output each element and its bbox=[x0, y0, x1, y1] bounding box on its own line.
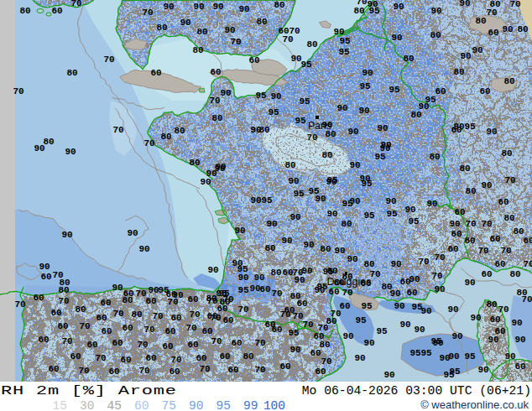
svg-text:95: 95 bbox=[300, 60, 312, 70]
svg-text:90: 90 bbox=[511, 318, 522, 328]
svg-text:60: 60 bbox=[488, 28, 498, 38]
svg-text:70: 70 bbox=[254, 365, 265, 375]
svg-text:90: 90 bbox=[288, 176, 299, 186]
svg-text:70: 70 bbox=[500, 246, 511, 256]
svg-text:60: 60 bbox=[112, 338, 123, 348]
svg-text:70: 70 bbox=[199, 364, 210, 374]
svg-text:70: 70 bbox=[143, 138, 154, 148]
svg-text:60: 60 bbox=[248, 55, 259, 65]
svg-text:80: 80 bbox=[430, 30, 441, 40]
svg-text:90: 90 bbox=[200, 177, 211, 187]
svg-text:80: 80 bbox=[264, 243, 275, 253]
svg-text:80: 80 bbox=[321, 150, 332, 160]
svg-text:60: 60 bbox=[101, 326, 112, 336]
svg-text:90: 90 bbox=[334, 246, 345, 256]
svg-text:70: 70 bbox=[78, 366, 89, 376]
svg-text:60: 60 bbox=[489, 234, 500, 244]
svg-text:60: 60 bbox=[479, 86, 490, 96]
svg-text:90: 90 bbox=[418, 101, 429, 112]
svg-text:60: 60 bbox=[216, 304, 227, 314]
svg-text:60: 60 bbox=[259, 284, 270, 294]
svg-text:95: 95 bbox=[268, 107, 279, 117]
svg-text:70: 70 bbox=[14, 299, 25, 310]
svg-text:70: 70 bbox=[13, 86, 23, 96]
svg-text:90: 90 bbox=[234, 226, 245, 236]
svg-text:80: 80 bbox=[320, 244, 331, 254]
svg-text:90: 90 bbox=[394, 301, 404, 311]
svg-text:70: 70 bbox=[142, 8, 153, 18]
svg-text:95: 95 bbox=[326, 175, 338, 185]
svg-text:80: 80 bbox=[75, 304, 86, 315]
svg-text:70: 70 bbox=[167, 297, 178, 307]
svg-text:90: 90 bbox=[289, 345, 300, 355]
svg-text:60: 60 bbox=[164, 326, 175, 336]
svg-text:60: 60 bbox=[145, 353, 156, 363]
svg-text:70: 70 bbox=[222, 294, 233, 304]
svg-text:95: 95 bbox=[409, 348, 421, 358]
svg-text:80: 80 bbox=[243, 351, 253, 362]
svg-text:95: 95 bbox=[361, 301, 373, 311]
svg-text:95: 95 bbox=[295, 116, 306, 126]
svg-text:60: 60 bbox=[447, 244, 458, 254]
svg-text:90: 90 bbox=[354, 353, 365, 363]
svg-text:80: 80 bbox=[256, 17, 267, 27]
svg-text:95: 95 bbox=[374, 152, 386, 162]
svg-text:90: 90 bbox=[391, 33, 402, 43]
svg-text:80: 80 bbox=[131, 310, 142, 320]
svg-text:80: 80 bbox=[429, 152, 440, 162]
svg-text:60: 60 bbox=[70, 351, 81, 362]
svg-text:80: 80 bbox=[341, 219, 352, 229]
svg-text:80: 80 bbox=[160, 132, 171, 142]
svg-text:90: 90 bbox=[414, 325, 425, 335]
svg-text:100: 100 bbox=[263, 399, 285, 411]
svg-text:95: 95 bbox=[361, 179, 373, 189]
svg-text:90: 90 bbox=[449, 219, 460, 229]
svg-text:60: 60 bbox=[264, 320, 275, 330]
svg-text:80: 80 bbox=[189, 158, 200, 168]
svg-text:70: 70 bbox=[465, 219, 476, 229]
svg-text:90: 90 bbox=[189, 399, 203, 411]
svg-text:95: 95 bbox=[355, 315, 367, 325]
svg-text:90: 90 bbox=[502, 24, 513, 34]
svg-text:70: 70 bbox=[143, 325, 154, 335]
svg-text:60: 60 bbox=[196, 353, 206, 363]
svg-text:60: 60 bbox=[210, 67, 221, 77]
svg-text:70: 70 bbox=[58, 296, 69, 306]
svg-text:60: 60 bbox=[134, 399, 149, 411]
svg-text:60: 60 bbox=[222, 315, 233, 325]
svg-text:70: 70 bbox=[170, 355, 181, 365]
svg-text:70: 70 bbox=[321, 356, 331, 367]
svg-text:90: 90 bbox=[486, 127, 497, 137]
svg-text:70: 70 bbox=[209, 96, 220, 106]
svg-text:Douggies: Douggies bbox=[327, 276, 372, 288]
svg-text:90: 90 bbox=[303, 240, 314, 250]
svg-text:80: 80 bbox=[459, 164, 470, 174]
svg-text:60: 60 bbox=[227, 365, 238, 375]
svg-text:60: 60 bbox=[108, 367, 119, 377]
svg-text:90: 90 bbox=[112, 283, 123, 293]
svg-text:90: 90 bbox=[349, 160, 360, 170]
svg-text:99: 99 bbox=[243, 399, 258, 411]
svg-text:90: 90 bbox=[477, 365, 488, 375]
svg-text:80: 80 bbox=[192, 45, 203, 55]
svg-text:90: 90 bbox=[220, 88, 231, 98]
svg-text:95: 95 bbox=[216, 399, 231, 411]
svg-text:90: 90 bbox=[127, 228, 138, 238]
svg-text:90: 90 bbox=[266, 219, 277, 229]
svg-text:80: 80 bbox=[363, 259, 374, 269]
svg-text:80: 80 bbox=[465, 186, 476, 196]
svg-text:95: 95 bbox=[464, 122, 476, 132]
svg-text:90: 90 bbox=[432, 338, 443, 348]
svg-text:Mo 06-04-2026 03:00 UTC (06+21: Mo 06-04-2026 03:00 UTC (06+21) bbox=[302, 384, 531, 398]
svg-text:90: 90 bbox=[314, 285, 325, 295]
svg-text:60: 60 bbox=[40, 272, 51, 282]
svg-text:80: 80 bbox=[206, 294, 216, 304]
svg-text:RH 2m [%] Arome: RH 2m [%] Arome bbox=[1, 383, 177, 398]
svg-text:60: 60 bbox=[100, 298, 111, 308]
svg-text:60: 60 bbox=[451, 125, 462, 135]
svg-text:90: 90 bbox=[504, 351, 515, 362]
svg-text:95: 95 bbox=[411, 302, 423, 312]
svg-text:70: 70 bbox=[504, 175, 515, 185]
svg-text:90: 90 bbox=[459, 0, 470, 8]
svg-text:90: 90 bbox=[193, 2, 204, 12]
